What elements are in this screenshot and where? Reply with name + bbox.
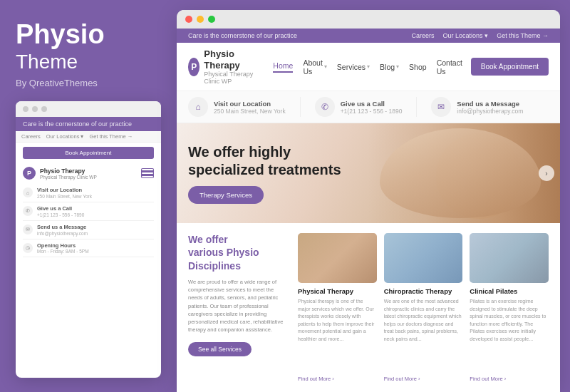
card-link-3[interactable]: Find out More › [470,376,549,382]
email-label: Send us a Message [457,100,523,108]
hero-title: We offer highly specialized treatments [188,143,376,179]
mini-logo-icon: P [23,167,36,180]
mini-location-icon: ⌂ [23,187,33,197]
email-sub: info@physiotherapy.com [457,108,523,115]
right-browser-panel: Care is the cornerstone of our practice … [177,10,560,392]
mini-phone-label: Give us a Call [37,205,84,212]
nav-logo-sub: Physical Therapy Clinic WP [204,71,253,85]
browser-content: Care is the cornerstone of our practice … [177,29,560,392]
mini-browser-bar [16,101,161,117]
nav-blog[interactable]: Blog ▾ [380,63,399,71]
nav-links: Home About Us ▾ Services ▾ Blog ▾ Shop C… [273,58,462,76]
main-nav: P Physio Therapy Physical Therapy Clinic… [177,43,560,91]
brand-title: Physio [16,20,161,50]
hero-section: We offer highly specialized treatments T… [177,123,560,223]
browser-titlebar [177,10,560,29]
window-minimize-btn[interactable] [197,16,204,23]
mini-book-btn[interactable]: Book Appointment [23,147,154,159]
content-body: We are proud to offer a wide range of co… [188,278,288,334]
mini-hours-sub: Mon - Friday: 8AM - 5PM [37,249,89,254]
mini-hours-icon: ◷ [23,243,33,253]
nav-locations-link[interactable]: Our Locations ▾ [443,32,489,39]
window-maximize-btn[interactable] [208,16,215,23]
mini-logo-name: Physio Therapy [40,167,97,175]
mini-browser-preview: Care is the cornerstone of our practice … [16,101,161,378]
nav-logo: P Physio Therapy Physical Therapy Clinic… [188,48,253,85]
info-bar: ⌂ Visit our Location 250 Main Street, Ne… [177,91,560,123]
location-icon: ⌂ [188,97,208,117]
mini-logo-row: P Physio Therapy Physical Therapy Clinic… [16,163,161,181]
card-chiropractic: Chiropractic Therapy We are one of the m… [384,233,463,382]
mini-info-hours: ◷ Opening Hours Mon - Friday: 8AM - 5PM [23,239,154,258]
hero-next-arrow[interactable]: › [539,165,554,181]
window-close-btn[interactable] [185,16,192,23]
mini-email-icon: ✉ [23,225,33,234]
card-title-1: Physical Therapy [298,287,377,295]
mini-info-email: ✉ Send us a Message info@physiotherapy.c… [23,221,154,239]
card-link-1[interactable]: Find out More › [298,376,377,382]
nav-about[interactable]: About Us ▾ [303,58,326,76]
nav-theme-link[interactable]: Get this Theme → [497,32,549,39]
card-text-1: Physical therapy is one of the major ser… [298,298,377,373]
content-heading: We offer various Physio Disciplines [188,233,288,272]
card-pilates: Clinical Pilates Pilates is an exercise … [470,233,549,382]
nav-shop[interactable]: Shop [409,63,427,71]
info-email: ✉ Send us a Message info@physiotherapy.c… [431,97,523,117]
nav-logo-name: Physio Therapy [204,48,253,71]
content-section: We offer various Physio Disciplines We a… [177,223,560,392]
card-title-3: Clinical Pilates [470,287,549,295]
hero-cta-btn[interactable]: Therapy Services [188,186,264,204]
nav-contact[interactable]: Contact Us [437,58,462,76]
info-divider-1 [300,97,301,117]
mini-logo-sub: Physical Therapy Clinic WP [40,175,97,180]
card-physical-therapy: Physical Therapy Physical therapy is one… [298,233,377,382]
mini-phone-sub: +1(21 123 - 556 - 7890 [37,212,84,217]
mini-logo-info: Physio Therapy Physical Therapy Clinic W… [40,167,97,180]
see-all-services-btn[interactable]: See all Services [188,342,252,356]
content-left: We offer various Physio Disciplines We a… [188,233,288,382]
card-image-2 [384,233,463,283]
left-panel: Physio Theme By QreativeThemes Care is t… [0,0,177,392]
info-divider-2 [416,97,417,117]
mini-nav-locations: Our Locations ▾ [46,133,84,140]
mini-hamburger-icon[interactable] [141,168,154,178]
nav-services[interactable]: Services ▾ [337,63,370,71]
mini-phone-icon: ✆ [23,206,33,216]
mini-dot-2 [32,106,38,112]
announcement-text: Care is the cornerstone of our practice [188,32,297,39]
mini-nav-theme: Get this Theme → [89,133,133,140]
mini-email-label: Send us a Message [37,224,88,231]
phone-label: Give us a Call [341,100,403,108]
mini-info-phone: ✆ Give us a Call +1(21 123 - 556 - 7890 [23,202,154,221]
phone-sub: +1(21 123 - 556 - 1890 [341,108,403,115]
mini-nav-careers: Careers [21,133,41,140]
card-title-2: Chiropractic Therapy [384,287,463,295]
mini-info-location: ⌂ Visit our Location 250 Main Street, Ne… [23,184,154,202]
nav-home[interactable]: Home [273,61,293,73]
email-icon: ✉ [431,97,451,117]
mini-dot-1 [23,106,28,112]
hero-content: We offer highly specialized treatments T… [177,123,388,223]
card-link-2[interactable]: Find out More › [384,376,463,382]
nav-logo-icon: P [188,58,200,76]
brand-by: By QreativeThemes [16,78,161,88]
book-appointment-btn[interactable]: Book Appointment [471,58,549,76]
mini-hours-label: Opening Hours [37,242,89,249]
mini-nav-links: Careers Our Locations ▾ Get this Theme → [21,133,133,140]
announcement-bar: Care is the cornerstone of our practice … [177,29,560,43]
location-sub: 250 Main Street, New York [214,108,286,115]
card-text-2: We are one of the most advanced chiropra… [384,298,463,373]
mini-announcement: Care is the cornerstone of our practice [16,117,161,131]
brand-subtitle: Theme [16,50,161,74]
phone-icon: ✆ [315,97,335,117]
nav-careers-link[interactable]: Careers [412,32,435,39]
mini-info-rows: ⌂ Visit our Location 250 Main Street, Ne… [16,181,161,260]
card-image-3 [470,233,549,283]
content-cards: Physical Therapy Physical therapy is one… [298,233,549,382]
mini-email-sub: info@physiotherapy.com [37,231,88,236]
announcement-links: Careers Our Locations ▾ Get this Theme → [412,32,549,39]
mini-dot-3 [41,106,47,112]
location-label: Visit our Location [214,100,286,108]
card-text-3: Pilates is an exercise regime designed t… [470,298,549,373]
info-location: ⌂ Visit our Location 250 Main Street, Ne… [188,97,286,117]
